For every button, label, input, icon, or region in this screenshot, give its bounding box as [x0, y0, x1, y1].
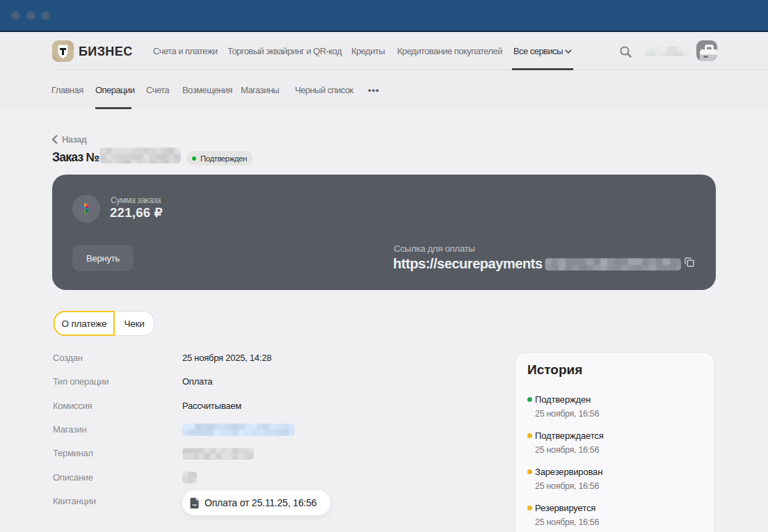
svg-text:PDF: PDF — [193, 504, 197, 507]
